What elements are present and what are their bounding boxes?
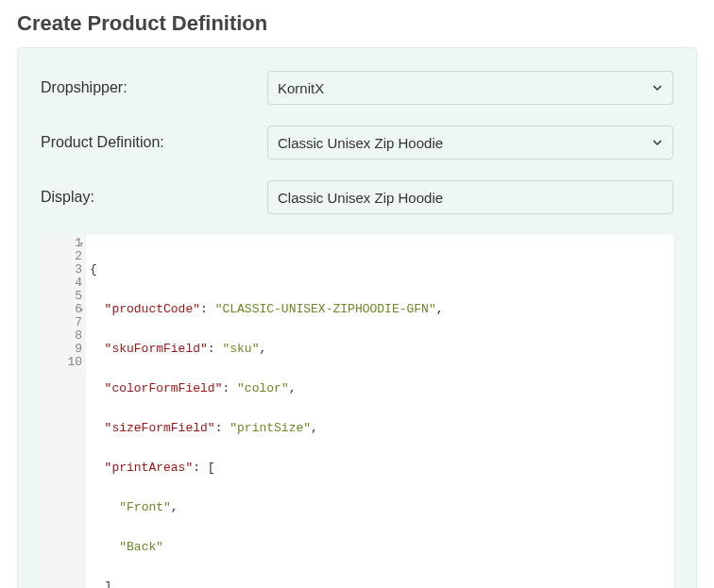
dropshipper-row: Dropshipper: KornitX bbox=[41, 71, 673, 105]
display-row: Display: bbox=[41, 180, 673, 214]
editor-gutter: 1▾ 2 3 4 5 6▾ 7 8 9 10 bbox=[41, 235, 86, 588]
page-title: Create Product Definition bbox=[17, 11, 714, 36]
product-definition-select[interactable]: Classic Unisex Zip Hoodie bbox=[267, 126, 673, 160]
display-label: Display: bbox=[41, 189, 267, 206]
display-input[interactable] bbox=[267, 180, 673, 214]
editor-code[interactable]: { "productCode": "CLASSIC-UNISEX-ZIPHOOD… bbox=[86, 235, 673, 588]
json-editor[interactable]: 1▾ 2 3 4 5 6▾ 7 8 9 10 { "productCode": … bbox=[41, 235, 673, 588]
form-card: Dropshipper: KornitX Product Definition:… bbox=[17, 47, 697, 588]
dropshipper-label: Dropshipper: bbox=[41, 79, 267, 96]
product-definition-label: Product Definition: bbox=[41, 134, 267, 151]
dropshipper-select[interactable]: KornitX bbox=[267, 71, 673, 105]
product-definition-row: Product Definition: Classic Unisex Zip H… bbox=[41, 126, 673, 160]
